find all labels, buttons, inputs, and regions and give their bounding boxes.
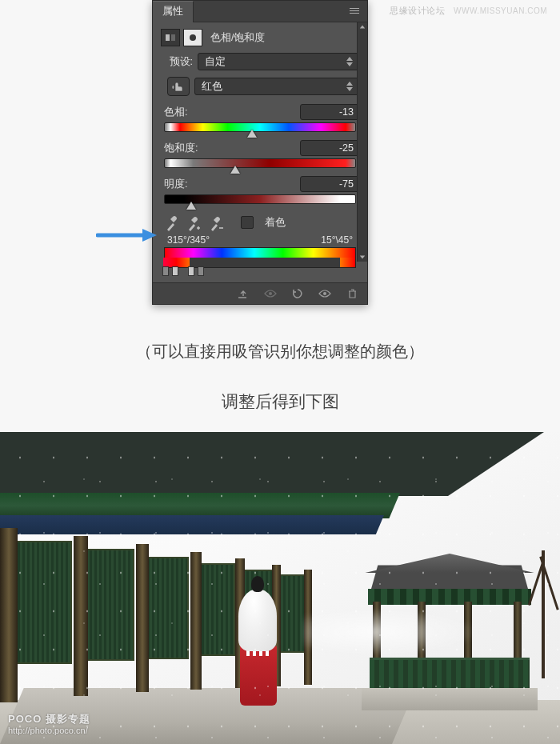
photo-watermark-url: http://photo.poco.cn/: [8, 726, 90, 736]
hue-slider[interactable]: [164, 122, 356, 132]
panel-menu-button[interactable]: [350, 4, 362, 17]
svg-point-3: [269, 292, 272, 295]
caption-result: 调整后得到下图: [0, 390, 560, 413]
page-root: 思缘设计论坛 WWW.MISSYUAN.COM 属性 色相/饱和: [0, 0, 560, 744]
sat-input[interactable]: -25: [300, 140, 359, 156]
colorize-checkbox[interactable]: [241, 216, 254, 229]
toggle-visibility-icon[interactable]: [318, 287, 332, 300]
photo-watermark: POCO 摄影专题 http://photo.poco.cn/: [8, 713, 90, 736]
properties-panel: 属性 色相/饱和度 http://photo.poco.cn/ 预设: [152, 0, 368, 305]
adjustment-header: 色相/饱和度: [161, 29, 359, 46]
eyedropper-row: 着色: [164, 214, 356, 231]
bare-tree: [529, 550, 558, 678]
hue-range-labels: 315°/345° 15°\45°: [167, 234, 353, 246]
channel-row: 红色: [161, 77, 359, 96]
preset-value: 自定: [205, 55, 226, 69]
svg-point-2: [190, 34, 196, 41]
light-label: 明度:: [164, 178, 187, 191]
page-brand-text: 思缘设计论坛 WWW.MISSYUAN.COM: [390, 5, 547, 17]
view-previous-icon[interactable]: [263, 287, 278, 300]
svg-rect-1: [171, 34, 175, 41]
caption-eyedropper-hint: （可以直接用吸管识别你想调整的颜色）: [0, 341, 560, 362]
targeted-adjust-icon[interactable]: [167, 77, 190, 96]
mask-icon[interactable]: [183, 29, 202, 46]
sat-label: 饱和度:: [164, 142, 198, 155]
preset-select[interactable]: 自定: [198, 53, 359, 70]
sat-thumb[interactable]: [230, 166, 240, 174]
panel-footer: [153, 282, 367, 304]
range-handles[interactable]: [164, 268, 356, 274]
sat-slider[interactable]: [164, 158, 356, 168]
colorize-label: 着色: [265, 216, 286, 230]
hue-sat-icon[interactable]: [161, 29, 180, 46]
figure-person: [235, 576, 280, 704]
preset-row: 预设: 自定: [161, 53, 359, 70]
light-row: 明度: -75: [164, 176, 359, 192]
delete-icon[interactable]: [345, 287, 359, 300]
light-slider[interactable]: [164, 194, 356, 204]
tab-properties[interactable]: 属性: [153, 1, 194, 22]
annotation-arrow: [96, 227, 157, 246]
range-left: 315°/345°: [167, 234, 210, 246]
sat-row: 饱和度: -25: [164, 140, 359, 156]
clip-to-layer-icon[interactable]: [236, 287, 250, 300]
panel-body: 色相/饱和度 http://photo.poco.cn/ 预设: 自定 红色: [153, 22, 367, 282]
eyedropper-icon[interactable]: [164, 214, 180, 231]
reset-icon[interactable]: [290, 287, 305, 300]
hue-label: 色相:: [164, 106, 187, 119]
main-building: [0, 432, 392, 744]
brand-name: 思缘设计论坛: [390, 6, 445, 15]
spectrum-block: [164, 247, 356, 268]
range-right: 15°\45°: [321, 234, 353, 246]
spectrum-full: [165, 248, 355, 258]
channel-value: 红色: [202, 80, 222, 94]
brand-url: WWW.MISSYUAN.COM: [454, 6, 547, 15]
preset-label: 预设:: [161, 55, 193, 69]
light-input[interactable]: -75: [300, 176, 359, 192]
hue-input[interactable]: -13: [300, 104, 359, 120]
adjustment-type-icons: [161, 29, 202, 46]
hue-track: [164, 122, 356, 132]
eyedropper-add-icon[interactable]: [186, 214, 202, 231]
sat-track: [164, 158, 356, 168]
light-thumb[interactable]: [186, 202, 196, 210]
photo-watermark-title: POCO 摄影专题: [8, 713, 90, 726]
eyedropper-subtract-icon[interactable]: [209, 214, 225, 231]
channel-select[interactable]: 红色: [194, 78, 359, 95]
hue-thumb[interactable]: [247, 130, 257, 138]
result-photo: POCO 摄影专题 http://photo.poco.cn/: [0, 432, 560, 744]
adjustment-name: 色相/饱和度: [210, 31, 265, 45]
svg-rect-0: [166, 34, 170, 41]
panel-tabstrip: 属性: [153, 1, 367, 22]
hue-row: 色相: -13: [164, 104, 359, 120]
panel-scrollbar[interactable]: [357, 22, 367, 262]
svg-point-4: [323, 292, 326, 295]
